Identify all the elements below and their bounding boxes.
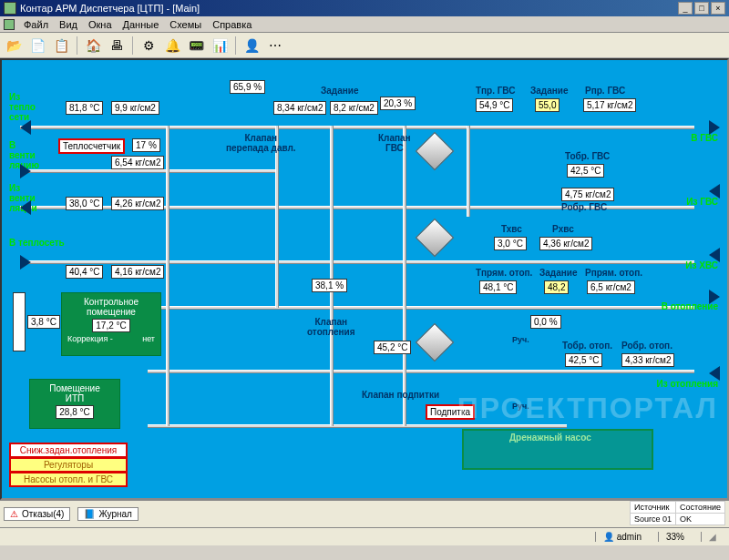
label-zadanie1: Задание xyxy=(321,86,358,96)
print-icon[interactable]: 🖶 xyxy=(107,36,127,56)
status-user-name: admin xyxy=(617,532,642,542)
user-icon[interactable]: 👤 xyxy=(241,36,262,56)
minimize-button[interactable]: _ xyxy=(678,2,693,15)
value-t-in: 81,8 °C xyxy=(66,101,103,115)
bell-icon[interactable]: 🔔 xyxy=(162,36,182,56)
close-button[interactable]: × xyxy=(711,2,725,15)
value-heat-pct: 38,1 % xyxy=(312,279,347,292)
more-icon[interactable]: ⋯ xyxy=(265,36,285,56)
value-t-mix: 45,2 °C xyxy=(374,341,411,354)
value-pobr-heat: 4,33 кг/см2 xyxy=(621,353,674,367)
tab-journal[interactable]: 📘 Журнал xyxy=(77,507,139,521)
label-ppr-gvs: Рпр. ГВС xyxy=(585,86,625,96)
maximize-button[interactable]: □ xyxy=(694,2,709,15)
value-p-net-out: 4,16 кг/см2 xyxy=(111,265,164,279)
clipboard-icon[interactable]: 📋 xyxy=(51,36,71,56)
itp-room-title: Помещение ИТП xyxy=(34,383,116,403)
value-gvs-pct: 20,3 % xyxy=(380,97,416,110)
status-resize-grip[interactable]: ◢ xyxy=(701,532,724,542)
value-thvs: 3,0 °C xyxy=(494,237,527,250)
statusbar: 👤 admin 33% ◢ xyxy=(0,527,729,545)
menu-file[interactable]: Файл xyxy=(18,19,54,30)
journal-icon: 📘 xyxy=(84,509,95,519)
flow-arrow xyxy=(709,248,720,262)
heatcounter-button[interactable]: Теплосчетчик xyxy=(58,138,125,154)
label-phvs: Рхвс xyxy=(552,224,574,234)
heat-exchanger-2 xyxy=(416,219,454,257)
flow-arrow xyxy=(20,120,31,135)
tab-journal-label: Журнал xyxy=(98,509,132,519)
value-zero-pct: 0,0 % xyxy=(530,315,561,329)
label-klapan-heat: Клапан отопления xyxy=(307,317,355,337)
grid-header-source: Источник xyxy=(631,502,676,514)
mdi-icon[interactable] xyxy=(4,19,15,30)
value-p-vent: 6,54 кг/см2 xyxy=(111,156,164,169)
thermometer-icon xyxy=(13,292,26,351)
chart-icon[interactable]: 📊 xyxy=(210,36,230,56)
status-grid: Источник Состояние Source 01 OK xyxy=(630,501,725,525)
open-icon[interactable]: 📂 xyxy=(4,36,24,56)
scada-canvas: Из тепло сети В венти ляцию Из венти ляц… xyxy=(0,58,729,500)
grid-cell-source: Source 01 xyxy=(631,514,676,525)
menu-data[interactable]: Данные xyxy=(118,19,165,30)
label-zadanie-heat: Задание xyxy=(539,268,577,278)
alarm-icon[interactable]: ⚙ xyxy=(139,36,159,56)
status-user: 👤 admin xyxy=(595,532,649,542)
flow-arrow xyxy=(709,184,720,199)
correction-label: Коррекция - xyxy=(67,334,113,343)
toolbar: 📂 📄 📋 🏠 🖶 ⚙ 🔔 📟 📊 👤 ⋯ xyxy=(0,33,729,58)
bottom-pane: ⚠ Отказы(4) 📘 Журнал Источник Состояние … xyxy=(0,500,729,527)
flow-arrow xyxy=(709,290,720,304)
value-tobr-gvs: 42,5 °C xyxy=(567,164,604,178)
alarm-btn-1[interactable]: Сниж.задан.отопления xyxy=(9,443,128,458)
menubar: Файл Вид Окна Данные Схемы Справка xyxy=(0,16,729,33)
label-klapan-podpitki: Клапан подпитки xyxy=(362,390,439,400)
control-room-value: 17,2 °C xyxy=(92,319,129,332)
label-klapan-pd: Клапан перепада давл. xyxy=(226,133,296,153)
grid-header-state: Состояние xyxy=(676,502,725,514)
value-tpr-gvs: 54,9 °C xyxy=(476,98,513,112)
label-ruch2: Руч. xyxy=(512,402,529,411)
value-ppr-heat: 6,5 кг/см2 xyxy=(587,280,635,294)
tab-failures-label: Отказы(4) xyxy=(22,509,64,519)
flow-arrow xyxy=(20,164,31,178)
menu-help[interactable]: Справка xyxy=(207,19,257,30)
value-t-vent-out: 38,0 °C xyxy=(66,197,103,210)
home-icon[interactable]: 🏠 xyxy=(83,36,103,56)
menu-view[interactable]: Вид xyxy=(54,19,83,30)
label-thvs: Тхвс xyxy=(501,224,522,234)
heat-exchanger-1 xyxy=(416,132,454,170)
podpitka-button[interactable]: Подпитка xyxy=(426,404,475,420)
label-ppr-heat: Рпрям. отоп. xyxy=(585,268,642,278)
label-klapan-gvs: Клапан ГВС xyxy=(378,133,411,153)
menu-windows[interactable]: Окна xyxy=(83,19,118,30)
label-pobr-gvs: Робр. ГВС xyxy=(561,202,607,212)
app-icon xyxy=(4,2,16,15)
drain-pump-block: Дренажный насос xyxy=(462,429,653,470)
control-room-title: Контрольное помещение xyxy=(66,297,157,317)
label-drain-pump: Дренажный насос xyxy=(509,433,591,443)
device-icon[interactable]: 📟 xyxy=(186,36,206,56)
titlebar: Контар АРМ Диспетчера [ЦТП] - [Main] _ □… xyxy=(0,0,729,16)
grid-cell-state: OK xyxy=(676,514,725,525)
heat-exchanger-3 xyxy=(416,323,454,361)
tab-failures[interactable]: ⚠ Отказы(4) xyxy=(4,507,70,521)
flow-arrow xyxy=(20,255,31,270)
value-zadanie-gvs[interactable]: 55,0 xyxy=(535,98,560,112)
label-from-net: Из тепло сети xyxy=(9,92,36,122)
alert-icon: ⚠ xyxy=(10,509,18,519)
menu-schemes[interactable]: Схемы xyxy=(164,19,207,30)
alarm-btn-3[interactable]: Насосы отопл. и ГВС xyxy=(9,472,128,487)
value-tpr-heat: 48,1 °C xyxy=(479,280,517,294)
value-p-in: 9,9 кг/см2 xyxy=(111,101,159,115)
value-zadanie-heat[interactable]: 48,2 xyxy=(544,280,569,294)
label-to-net: В теплосеть xyxy=(9,238,65,248)
alarm-btn-2[interactable]: Регуляторы xyxy=(9,457,128,473)
value-kg1: 8,34 кг/см2 xyxy=(273,101,326,115)
flow-arrow xyxy=(709,366,720,381)
value-tobr-heat: 42,5 °C xyxy=(565,353,602,367)
status-percent: 33% xyxy=(658,532,692,542)
doc-icon[interactable]: 📄 xyxy=(27,36,47,56)
label-ruch1: Руч. xyxy=(512,335,529,344)
flow-arrow xyxy=(709,120,720,135)
